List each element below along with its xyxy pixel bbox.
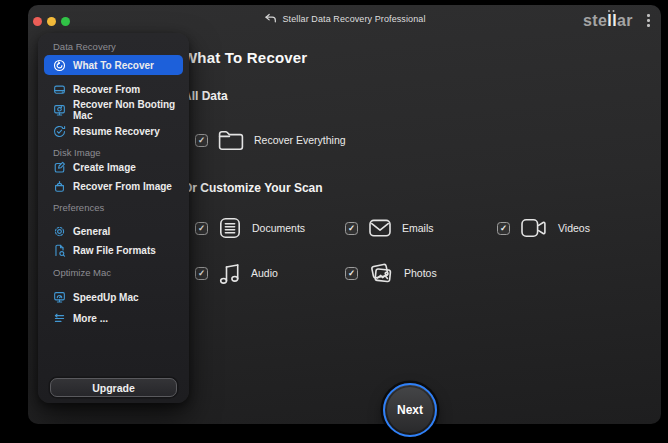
back-arrow-icon[interactable] bbox=[264, 13, 277, 24]
sidebar-item-resume-recovery[interactable]: Resume Recovery bbox=[44, 121, 183, 141]
documents-icon bbox=[217, 215, 243, 241]
sidebar-section-preferences: Preferences bbox=[53, 202, 104, 213]
checkbox-photos[interactable] bbox=[345, 267, 358, 280]
scan-item-documents: Documents bbox=[195, 213, 305, 243]
mac-refresh-icon bbox=[53, 104, 66, 117]
checkbox-audio[interactable] bbox=[195, 267, 208, 280]
scan-item-label: Videos bbox=[558, 222, 590, 234]
sidebar-item-speedup-mac[interactable]: SpeedUp Mac bbox=[44, 287, 183, 307]
checkbox-documents[interactable] bbox=[195, 222, 208, 235]
more-lines-icon bbox=[53, 312, 66, 325]
recover-image-icon bbox=[53, 180, 66, 193]
sidebar-item-recover-non-booting-mac[interactable]: Recover Non Booting Mac bbox=[44, 100, 183, 120]
emails-icon bbox=[367, 216, 393, 240]
sidebar-section-data-recovery: Data Recovery bbox=[53, 41, 116, 52]
traffic-lights bbox=[33, 17, 70, 26]
sidebar-item-label: Recover Non Booting Mac bbox=[73, 99, 183, 121]
scan-item-label: Recover Everything bbox=[254, 134, 346, 146]
sidebar-item-label: Recover From bbox=[73, 84, 140, 95]
page-title: What To Recover bbox=[183, 49, 307, 66]
sidebar-item-label: SpeedUp Mac bbox=[73, 292, 139, 303]
scan-item-label: Documents bbox=[252, 222, 305, 234]
scan-item-recover-everything: Recover Everything bbox=[195, 125, 346, 155]
checkbox-videos[interactable] bbox=[497, 222, 510, 235]
checkbox-recover-everything[interactable] bbox=[195, 134, 208, 147]
window-title: Stellar Data Recovery Professional bbox=[283, 14, 426, 24]
drive-icon bbox=[53, 83, 66, 96]
checkbox-emails[interactable] bbox=[345, 222, 358, 235]
audio-icon bbox=[217, 260, 242, 286]
recover-target-icon bbox=[53, 59, 66, 72]
scan-item-label: Photos bbox=[404, 267, 437, 279]
raw-file-icon bbox=[53, 244, 66, 257]
next-button[interactable]: Next bbox=[383, 383, 437, 437]
sidebar-item-label: What To Recover bbox=[73, 60, 154, 71]
minimize-button[interactable] bbox=[47, 17, 56, 26]
folder-icon bbox=[217, 128, 245, 152]
scan-item-emails: Emails bbox=[345, 213, 434, 243]
stellar-logo: stellar bbox=[583, 12, 633, 30]
gear-icon bbox=[53, 225, 66, 238]
sidebar-item-what-to-recover[interactable]: What To Recover bbox=[44, 55, 183, 75]
titlebar: Stellar Data Recovery Professional bbox=[28, 5, 661, 32]
brand-area: stellar bbox=[583, 8, 654, 34]
menu-dots-icon[interactable] bbox=[642, 12, 654, 30]
sidebar-item-label: Recover From Image bbox=[73, 181, 172, 192]
resume-check-icon bbox=[53, 125, 66, 138]
upgrade-button[interactable]: Upgrade bbox=[50, 378, 177, 397]
sidebar-item-recover-from-image[interactable]: Recover From Image bbox=[44, 176, 183, 196]
speedup-icon bbox=[53, 291, 66, 304]
scan-item-label: Emails bbox=[402, 222, 434, 234]
sidebar-section-optimize-mac: Optimize Mac bbox=[53, 267, 111, 278]
scan-item-photos: Photos bbox=[345, 258, 437, 288]
customize-heading: Or Customize Your Scan bbox=[183, 181, 323, 195]
sidebar-item-label: Create Image bbox=[73, 162, 136, 173]
sidebar-item-label: More ... bbox=[73, 313, 108, 324]
sidebar-item-general[interactable]: General bbox=[44, 221, 183, 241]
app-window: Stellar Data Recovery Professional stell… bbox=[28, 5, 661, 424]
scan-item-label: Audio bbox=[251, 267, 278, 279]
sidebar-item-label: Resume Recovery bbox=[73, 126, 160, 137]
zoom-button[interactable] bbox=[61, 17, 70, 26]
sidebar-item-raw-file-formats[interactable]: Raw File Formats bbox=[44, 240, 183, 260]
photos-icon bbox=[367, 260, 395, 286]
sidebar-item-label: General bbox=[73, 226, 110, 237]
sidebar-item-recover-from[interactable]: Recover From bbox=[44, 79, 183, 99]
sidebar: Data Recovery What To Recover Recover Fr… bbox=[38, 33, 189, 403]
scan-item-videos: Videos bbox=[497, 213, 590, 243]
create-image-icon bbox=[53, 161, 66, 174]
sidebar-item-more[interactable]: More ... bbox=[44, 308, 183, 328]
close-button[interactable] bbox=[33, 17, 42, 26]
all-data-heading: All Data bbox=[183, 89, 228, 103]
sidebar-item-label: Raw File Formats bbox=[73, 245, 156, 256]
videos-icon bbox=[519, 216, 549, 240]
scan-item-audio: Audio bbox=[195, 258, 278, 288]
sidebar-item-create-image[interactable]: Create Image bbox=[44, 157, 183, 177]
